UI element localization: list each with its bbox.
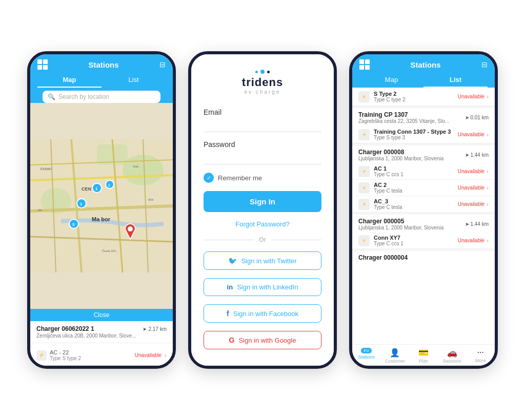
bottom-nav: EV Stations 👤 Customer 💳 Plan 🚗 Sessions… [352, 344, 495, 366]
remember-row[interactable]: ✓ Remember me [204, 173, 321, 183]
status-unavailable: Unavailable [458, 238, 484, 243]
phone-stations-list: Stations ⊟ Map List ⚡ S Type 2 Type C ty… [349, 51, 498, 369]
charger-dist: ➤ 0.01 km [465, 115, 489, 120]
logo-sub: ev charge [245, 89, 281, 95]
nav-stations-label: Stations [358, 354, 375, 360]
google-login-button[interactable]: G Sign in with Google [204, 331, 321, 349]
list-item[interactable]: ⚡ S Type 2 Type C type 2 Unavailable › [352, 88, 495, 106]
connector-item[interactable]: ⚡ AC - 22 Type S type 2 Unavailable › [30, 343, 173, 366]
list-item[interactable]: ⚡ Conn XY7 Type C ccs 1 Unavailable › [352, 233, 495, 249]
list-item[interactable]: ⚡ AC_3 Type C tesla Unavailable › [352, 196, 495, 213]
nav-sessions[interactable]: 🚗 Sessions [438, 348, 467, 364]
phone1-tabs: Map List [37, 73, 166, 88]
twitter-icon: 🐦 [228, 257, 237, 265]
filter-icon-3[interactable]: ⊟ [481, 60, 488, 69]
sign-in-button[interactable]: Sign In [204, 191, 321, 212]
status-unavailable: Unavailable [458, 94, 484, 99]
connector-icon-ac1: ⚡ [358, 166, 370, 177]
connector-icon-training: ⚡ [358, 129, 370, 140]
svg-text:1: 1 [95, 186, 98, 191]
nav-stations[interactable]: EV Stations [352, 348, 381, 364]
search-icon: 🔍 [48, 93, 55, 100]
logo-dot-1 [255, 71, 258, 73]
charger-section-training: Training CP 1307 Zagrebška cesta 22, 320… [352, 108, 495, 126]
svg-text:...sta: ...sta [35, 208, 43, 212]
list-item[interactable]: ⚡ Training Conn 1307 - Stype 3 Type S ty… [352, 126, 495, 143]
svg-text:659: 659 [148, 198, 154, 201]
linkedin-login-button[interactable]: in Sign in with LinkedIn [204, 278, 321, 296]
charger-dist-000008: ➤ 1.44 km [465, 152, 489, 158]
phone3-tabs: Map List [359, 73, 488, 88]
logo-dot-3 [267, 71, 270, 73]
nav-more[interactable]: ··· More [466, 348, 495, 364]
connector-icon-stype2: ⚡ [358, 91, 370, 102]
remember-label: Remember me [218, 174, 262, 182]
logo-text: tridens [242, 76, 283, 89]
svg-text:1: 1 [108, 183, 110, 187]
connector-icon-ac3: ⚡ [358, 199, 370, 210]
forgot-password-link[interactable]: Forgot Password? [204, 220, 321, 228]
charger-address-000008: Ljubljanska 1, 2000 Maribor, Slovenia [358, 156, 443, 161]
station-address: Zemljičeva ulica 20B, 2000 Maribor, Slov… [36, 333, 167, 339]
tab-list[interactable]: List [102, 73, 166, 88]
close-bar[interactable]: Close [30, 309, 173, 321]
email-input[interactable] [204, 117, 321, 132]
logo-dot-2 [260, 70, 265, 74]
phone3-content: ⚡ S Type 2 Type C type 2 Unavailable › [352, 88, 495, 366]
twitter-label: Sign in with Twitter [241, 257, 296, 265]
tab-map[interactable]: Map [37, 73, 102, 88]
phone1-title: Stations [48, 60, 159, 69]
map-area[interactable]: CENTER Ma bor Košaki Vod... ...sta 659 Č… [30, 103, 173, 309]
remember-checkbox[interactable]: ✓ [204, 173, 214, 183]
list-item[interactable]: ⚡ AC 2 Type C tesla Unavailable › [352, 180, 495, 196]
tab3-list[interactable]: List [423, 73, 488, 88]
qr-icon-3 [359, 59, 370, 70]
divider-left [204, 240, 254, 240]
tab3-map[interactable]: Map [359, 73, 423, 88]
phone3-title: Stations [370, 60, 481, 69]
station-item-main[interactable]: Charger 06062022 1 ➤ 2.17 km Zemljičeva … [30, 321, 173, 343]
linkedin-icon: in [227, 283, 233, 291]
svg-text:1: 1 [80, 202, 83, 206]
facebook-label: Sign in with Facebook [233, 310, 298, 318]
nav-plan[interactable]: 💳 Plan [409, 348, 438, 364]
qr-icon [37, 59, 48, 70]
status-unavailable: Unavailable [135, 352, 161, 358]
stations-list-scroll: ⚡ S Type 2 Type C type 2 Unavailable › [352, 88, 495, 344]
connector-icon-ac2: ⚡ [358, 182, 370, 194]
station-list: Charger 06062022 1 ➤ 2.17 km Zemljičeva … [30, 321, 173, 366]
list-item[interactable]: ⚡ AC 1 Type C ccs 1 Unavailable › [352, 163, 495, 180]
charger-title: Training CP 1307 [358, 111, 449, 118]
email-label: Email [204, 108, 321, 116]
svg-text:5: 5 [72, 222, 75, 227]
login-content: tridens ev charge Email Password ✓ Remem… [191, 54, 334, 366]
status-unavailable: Unavailable [458, 185, 484, 191]
charger-title-0000004: Chrager 0000004 [358, 254, 408, 261]
or-label: Or [259, 236, 266, 243]
status-unavailable: Unavailable [458, 201, 484, 207]
password-label: Password [204, 140, 321, 149]
charger-address-000005: Ljubljanska 1, 2000 Maribor, Slovenia [358, 225, 443, 230]
svg-point-27 [128, 226, 133, 232]
filter-icon[interactable]: ⊟ [159, 60, 166, 69]
phone3-header: Stations ⊟ Map List [352, 54, 495, 88]
connector-type: Type S type 2 [50, 355, 81, 361]
facebook-login-button[interactable]: f Sign in with Facebook [204, 304, 321, 323]
linkedin-label: Sign in with LinkedIn [237, 283, 298, 291]
logo-dots [255, 70, 270, 74]
charger-title-000008: Charger 000008 [358, 149, 443, 156]
charger-section-000008: Charger 000008 Ljubljanska 1, 2000 Marib… [352, 145, 495, 163]
divider-or: Or [204, 236, 321, 243]
nav-sessions-label: Sessions [442, 359, 461, 364]
twitter-login-button[interactable]: 🐦 Sign in with Twitter [204, 251, 321, 270]
charger-title-000005: Charger 000005 [358, 218, 443, 225]
password-input[interactable] [204, 150, 321, 164]
search-bar[interactable]: 🔍 Search by location [43, 91, 160, 103]
svg-point-1 [123, 155, 164, 185]
password-field-group: Password [204, 140, 321, 164]
email-field-group: Email [204, 108, 321, 132]
google-label: Sign in with Google [238, 337, 296, 344]
nav-customer[interactable]: 👤 Customer [381, 348, 410, 364]
phone1-header: Stations ⊟ Map List 🔍 Search by location [30, 54, 173, 103]
svg-text:Česta XIV...: Česta XIV... [102, 249, 118, 253]
